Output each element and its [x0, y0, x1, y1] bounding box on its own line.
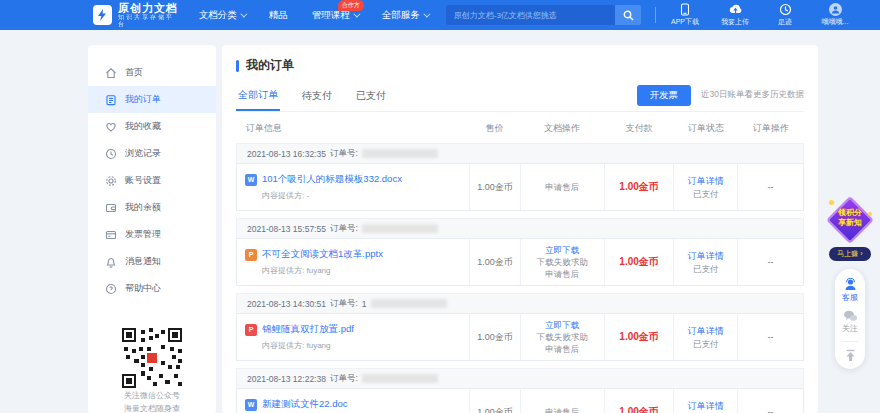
upload-button[interactable]: 我要上传 — [718, 3, 752, 27]
headset-person-icon — [843, 278, 858, 291]
status-paid: 已支付 — [693, 263, 719, 275]
wechat-icon — [843, 310, 858, 322]
download-help-link[interactable]: 下载失败求助 — [537, 331, 588, 343]
nav-item-courses[interactable]: 合作方管理课程 — [312, 9, 358, 22]
sidebar-item-notifications[interactable]: 消息通知 — [88, 248, 216, 275]
logo-subtitle: 知识共享存储平台 — [118, 14, 179, 28]
after-sale-link[interactable]: 申请售后 — [545, 181, 579, 193]
chevron-down-icon — [353, 10, 360, 17]
order-number-label: 订单号: — [330, 298, 358, 310]
order-meta: 2021-08-13 16:32:35 订单号: — [236, 143, 804, 163]
points-promo-badge[interactable]: 领积分 享新知 — [826, 198, 874, 246]
order-number-prefix: 1 — [362, 299, 367, 309]
paid-amount: 1.00金币 — [619, 180, 658, 194]
sidebar-item-favorites[interactable]: 我的收藏 — [88, 113, 216, 140]
bell-icon — [105, 256, 117, 268]
back-to-top-button[interactable] — [844, 349, 857, 362]
earn-now-button[interactable]: 马上赚 › — [829, 247, 870, 261]
table-row: 新建测试文件22.doc 内容提供方: - 1.00金币 申请售后 1.00金币… — [236, 388, 804, 413]
after-sale-link[interactable]: 申请售后 — [545, 406, 579, 413]
order-group: 2021-08-13 14:30:51 订单号: 1 锦鲤随真双打放置.pdf … — [236, 293, 804, 361]
header-status: 订单状态 — [674, 122, 738, 135]
nav-item-all-services[interactable]: 全部服务 — [382, 9, 428, 22]
qr-code — [122, 328, 182, 388]
heart-icon — [105, 121, 117, 133]
sidebar-item-balance[interactable]: 我的余额 — [88, 194, 216, 221]
table-row: 不可全文阅读文档1改革.pptx 内容提供方: fuyang 1.00金币 立即… — [236, 238, 804, 286]
follow-wechat-button[interactable]: 关注 — [842, 310, 858, 334]
download-help-link[interactable]: 下载失败求助 — [537, 256, 588, 268]
document-link[interactable]: 新建测试文件22.doc — [262, 398, 348, 411]
download-now-link[interactable]: 立即下载 — [545, 319, 579, 331]
header-order-actions: 订单操作 — [738, 122, 804, 135]
clock-icon — [105, 148, 117, 160]
orders-panel: 我的订单 全部订单 待支付 已支付 开发票 近30日账单看更多历史数据 订单信息… — [222, 45, 818, 413]
home-icon — [105, 67, 117, 79]
tab-paid[interactable]: 已支付 — [354, 85, 388, 110]
order-number-masked — [362, 374, 438, 383]
app-download-button[interactable]: APP下载 — [668, 3, 702, 27]
paid-amount: 1.00金币 — [619, 330, 658, 344]
site-logo[interactable]: 原创力文档 知识共享存储平台 — [93, 2, 179, 28]
order-number-label: 订单号: — [330, 223, 358, 235]
tab-all-orders[interactable]: 全部订单 — [236, 84, 280, 111]
table-header: 订单信息 售价 文档操作 支付款 订单状态 订单操作 — [236, 122, 804, 143]
header-price: 售价 — [469, 122, 520, 135]
order-detail-link[interactable]: 订单详情 — [688, 175, 724, 188]
document-link[interactable]: 锦鲤随真双打放置.pdf — [262, 323, 354, 336]
order-meta: 2021-08-13 14:30:51 订单号: 1 — [236, 293, 804, 313]
sidebar-item-home[interactable]: 首页 — [88, 59, 216, 86]
tab-unpaid[interactable]: 待支付 — [300, 85, 334, 110]
order-tabs: 全部订单 待支付 已支付 开发票 近30日账单看更多历史数据 — [236, 84, 804, 112]
promo-line1: 领积分 — [826, 208, 874, 218]
user-account[interactable]: 哦哦哦... — [818, 3, 852, 27]
order-group: 2021-08-13 16:32:35 订单号: 101个吸引人的标题模板332… — [236, 143, 804, 211]
search-button[interactable] — [615, 5, 641, 25]
gear-icon — [105, 175, 117, 187]
invoice-button[interactable]: 开发票 — [637, 85, 692, 106]
sidebar-item-browse-history[interactable]: 浏览记录 — [88, 140, 216, 167]
order-action-cell: -- — [737, 389, 803, 413]
price-cell: 1.00金币 — [469, 389, 520, 413]
header-paid: 支付款 — [604, 122, 674, 135]
history-icon — [779, 3, 792, 16]
order-time: 2021-08-13 15:57:55 — [247, 224, 326, 234]
status-paid: 已支付 — [693, 188, 719, 200]
status-paid: 已支付 — [693, 338, 719, 350]
word-doc-icon — [245, 174, 257, 186]
nav-item-premium[interactable]: 精品 — [269, 9, 288, 22]
sidebar-item-invoices[interactable]: 发票管理 — [88, 221, 216, 248]
order-meta: 2021-08-13 15:57:55 订单号: — [236, 218, 804, 238]
sidebar-item-account-settings[interactable]: 账号设置 — [88, 167, 216, 194]
order-number-masked — [362, 149, 438, 158]
download-now-link[interactable]: 立即下载 — [545, 244, 579, 256]
help-icon — [105, 283, 117, 295]
ppt-doc-icon — [245, 249, 257, 261]
footprints-button[interactable]: 足迹 — [768, 3, 802, 27]
document-link[interactable]: 101个吸引人的标题模板332.docx — [262, 173, 402, 186]
chevron-down-icon — [423, 10, 430, 17]
paid-amount: 1.00金币 — [619, 255, 658, 269]
search-bar — [446, 5, 641, 25]
order-detail-link[interactable]: 订单详情 — [688, 400, 724, 413]
search-input[interactable] — [446, 5, 615, 25]
sidebar-item-help-center[interactable]: 帮助中心 — [88, 275, 216, 302]
nav-divider — [655, 7, 656, 23]
arrow-up-icon — [844, 349, 857, 362]
username: 哦哦哦... — [822, 17, 849, 27]
customer-service-button[interactable]: 客服 — [842, 278, 858, 303]
nav-item-doc-category[interactable]: 文档分类 — [199, 9, 245, 22]
sidebar-item-my-orders[interactable]: 我的订单 — [88, 86, 216, 113]
order-detail-link[interactable]: 订单详情 — [688, 325, 724, 338]
order-meta: 2021-08-13 12:22:38 订单号: — [236, 368, 804, 388]
after-sale-link[interactable]: 申请售后 — [545, 343, 579, 355]
document-link[interactable]: 不可全文阅读文档1改革.pptx — [262, 248, 383, 261]
logo-icon — [93, 5, 112, 25]
order-time: 2021-08-13 14:30:51 — [247, 299, 326, 309]
after-sale-link[interactable]: 申请售后 — [545, 268, 579, 280]
price-cell: 1.00金币 — [469, 164, 520, 210]
order-detail-link[interactable]: 订单详情 — [688, 250, 724, 263]
order-number-masked — [371, 299, 447, 308]
price-cell: 1.00金币 — [469, 314, 520, 360]
logo-title: 原创力文档 — [118, 2, 179, 14]
